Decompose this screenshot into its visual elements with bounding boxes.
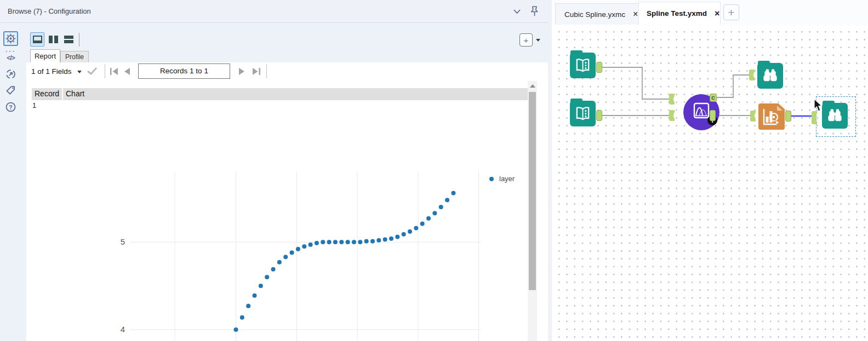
legend-marker-icon [489,177,494,181]
workflow-panel: Cubic Spline.yxmc × Spline Test.yxmd × + [552,0,868,341]
browse-binoculars-icon [762,67,779,84]
legend-item-layer[interactable]: layer [489,175,515,183]
apply-check-icon [87,67,98,76]
tab-report[interactable]: Report [30,49,60,62]
close-tab-icon[interactable]: × [715,9,719,19]
nav-separator [105,64,105,78]
input2-output-anchor[interactable] [596,110,602,121]
previous-record-button[interactable] [124,68,130,75]
add-table-icon[interactable]: + [519,33,533,47]
record-cell-value: 1 [32,101,36,109]
interactive-chart-icon [761,106,783,128]
browse-binoculars-icon [826,107,843,124]
open-external-icon[interactable] [3,67,18,82]
input-data-tool-1[interactable] [570,53,596,78]
browse1-input-anchor[interactable] [749,70,755,80]
svg-text:4: 4 [121,325,125,334]
spline-scatter-chart: 54 [115,159,537,341]
nav-separator-2 [266,64,267,78]
input-data-book-icon [574,105,591,122]
wire-macro-to-browse1 [717,75,749,97]
last-record-button[interactable] [252,68,260,75]
wire-input1-to-macro [602,67,669,99]
report-scrollbar[interactable] [528,81,537,341]
layout-single-pane-button[interactable] [30,32,44,47]
collapse-chevron-icon[interactable] [513,9,521,14]
records-range-display: Records 1 to 1 [138,63,230,79]
column-header-chart: Chart [63,88,528,100]
input-data-book-icon [574,57,591,74]
help-icon[interactable]: ? [3,100,18,114]
tab-spline-test[interactable]: Spline Test.yxmd × [638,2,721,25]
mouse-cursor-icon [813,99,823,113]
legend-label: layer [499,175,515,183]
table-dropdown-caret[interactable] [536,39,540,42]
workflow-canvas[interactable]: + C [552,25,868,341]
two-pane-horizontal-icon [64,36,73,43]
browse-configuration-panel: Browse (7) - Configuration ··· [0,0,548,341]
scroll-up-button[interactable] [528,82,537,90]
pin-icon[interactable] [529,5,539,18]
next-record-button[interactable] [238,68,245,75]
interactive-chart-tool[interactable] [758,103,785,130]
tab-label: Cubic Spline.yxmc [564,10,625,19]
fields-selector-caret[interactable] [77,71,82,73]
svg-text:?: ? [9,104,12,111]
document-tabbar: Cubic Spline.yxmc × Spline Test.yxmd × + [552,0,868,25]
toolbar-separator [79,33,79,47]
alteryx-designer-window: Browse (7) - Configuration ··· [0,0,868,341]
settings-gear-icon[interactable] [3,31,18,46]
panel-header: Browse (7) - Configuration [0,0,548,23]
xml-code-icon[interactable]: </> [3,50,18,65]
browse-tool-2-selected[interactable] [822,103,848,129]
arrow-up-icon [530,84,535,88]
tag-icon[interactable] [3,83,18,98]
layout-two-pane-vertical-button[interactable] [46,32,60,47]
input-data-tool-2[interactable] [570,101,596,126]
single-pane-icon [33,36,42,43]
input1-output-anchor[interactable] [596,62,602,73]
scrollbar-thumb[interactable] [529,92,536,290]
new-tab-button[interactable]: + [723,4,739,20]
close-tab-icon[interactable]: × [633,9,638,19]
fields-selector[interactable]: 1 of 1 Fields [31,67,72,76]
config-sidebar: ··· </> [0,23,26,341]
two-pane-vertical-icon [49,36,58,43]
first-record-button[interactable] [110,68,118,75]
chart-tool-input-anchor[interactable] [750,111,756,122]
panel-title: Browse (7) - Configuration [8,7,91,15]
chart-tool-output-anchor[interactable] [785,111,791,122]
tab-profile[interactable]: Profile [60,51,89,62]
column-header-record: Record [32,88,62,100]
layout-two-pane-horizontal-button[interactable] [61,32,76,47]
panel-divider[interactable] [548,0,552,341]
macro-input-anchor-1[interactable] [669,94,675,105]
macro-input-anchor-2[interactable] [669,110,675,121]
svg-text:5: 5 [121,237,125,246]
macro-output-anchor-c[interactable]: C [710,94,717,102]
macro-output-anchor-2[interactable] [710,110,716,121]
tab-cubic-spline[interactable]: Cubic Spline.yxmc × [555,3,638,25]
browse-tool-1[interactable] [757,63,783,89]
tab-label: Spline Test.yxmd [647,9,707,18]
